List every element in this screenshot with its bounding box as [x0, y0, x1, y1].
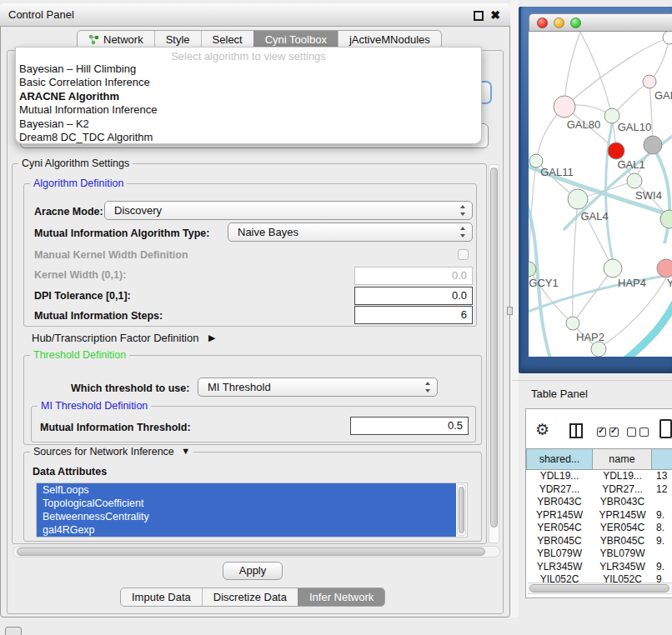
- settings-horizontal-scrollbar-thumb[interactable]: [17, 548, 485, 556]
- tab-select[interactable]: Select: [201, 31, 253, 48]
- mi-type-select[interactable]: Naive Bayes: [228, 222, 473, 242]
- control-panel-titlebar[interactable]: Control Panel ✖: [0, 3, 510, 27]
- table-horizontal-scrollbar[interactable]: [528, 582, 672, 594]
- table-cell: YDL19...: [526, 470, 593, 483]
- network-view-window[interactable]: GAL80GALGAL10GAL1GAL11SWI4GAL4GCY1HAP4YH…: [519, 7, 672, 373]
- table-row[interactable]: YIL052CYIL052C9: [526, 573, 672, 582]
- node-y[interactable]: [657, 259, 672, 278]
- attributes-scrollbar[interactable]: [457, 484, 466, 536]
- settings-vertical-scrollbar-thumb[interactable]: [490, 168, 498, 528]
- algorithm-option-aracne-algorithm[interactable]: ARACNE Algorithm: [16, 90, 481, 103]
- tab-network[interactable]: Network: [78, 31, 154, 48]
- table-row[interactable]: YER054CYER054C8.: [526, 522, 672, 535]
- network-canvas[interactable]: GAL80GALGAL10GAL1GAL11SWI4GAL4GCY1HAP4YH…: [529, 32, 672, 357]
- node-label-gal: GAL: [654, 89, 672, 102]
- sources-title[interactable]: Sources for Network Inference ▼: [30, 446, 193, 458]
- deselect-all-icon[interactable]: [627, 428, 649, 437]
- table-row[interactable]: YDL19...YDL19...13: [526, 470, 672, 483]
- bottom-left-partial-button[interactable]: [5, 627, 22, 635]
- algorithm-definition-group: Algorithm Definition Aracne Mode: Discov…: [23, 183, 477, 327]
- data-attribute-item[interactable]: BetweennessCentrality: [37, 510, 456, 523]
- attributes-scrollbar-thumb[interactable]: [459, 487, 464, 533]
- tab-style[interactable]: Style: [154, 31, 201, 48]
- node[interactable]: [627, 173, 642, 188]
- node[interactable]: [644, 136, 662, 154]
- algorithm-option-dream8-dc-tdc-algorithm[interactable]: Dream8 DC_TDC Algorithm: [16, 131, 481, 144]
- node-gal1[interactable]: [608, 142, 624, 159]
- data-attribute-item[interactable]: TopologicalCoefficient: [37, 497, 456, 510]
- settings-vertical-scrollbar[interactable]: [489, 164, 499, 543]
- cyni-bottom-tabbar: Impute DataDiscretize DataInfer Network: [120, 588, 385, 607]
- cyni-tab-impute-data[interactable]: Impute Data: [121, 588, 202, 606]
- node-label-gcy1: GCY1: [529, 277, 558, 289]
- table-horizontal-scrollbar-thumb[interactable]: [529, 584, 669, 592]
- mi-threshold-group: MI Threshold Definition Mutual Informati…: [31, 406, 476, 442]
- cyni-tab-discretize-data[interactable]: Discretize Data: [202, 588, 298, 606]
- column-header-shared[interactable]: shared...: [526, 448, 593, 470]
- tab-cyni-toolbox[interactable]: Cyni Toolbox: [253, 31, 338, 48]
- node-gal80[interactable]: [554, 96, 575, 118]
- gear-icon[interactable]: ⚙: [535, 422, 549, 438]
- table-row[interactable]: YDR27...YDR27...12: [526, 483, 672, 497]
- close-button[interactable]: [537, 18, 548, 28]
- hub-definition-expander[interactable]: Hub/Transcription Factor Definition ▶: [32, 332, 215, 344]
- node-label-gal1: GAL1: [617, 158, 644, 171]
- tab-jactivemnodules[interactable]: jActiveMNodules: [338, 31, 441, 48]
- close-window-icon[interactable]: ✖: [490, 8, 500, 22]
- cyni-tab-impute-data-label: Impute Data: [132, 591, 191, 603]
- manual-kernel-checkbox[interactable]: [458, 249, 469, 260]
- algorithm-option-mutual-information-inference[interactable]: Mutual Information Inference: [16, 103, 481, 117]
- cyni-tab-infer-network[interactable]: Infer Network: [298, 588, 384, 606]
- data-attributes-list[interactable]: SelfLoopsTopologicalCoefficientBetweenne…: [36, 482, 468, 538]
- algorithm-option-bayesian-k2[interactable]: Bayesian – K2: [16, 118, 481, 131]
- data-attribute-item[interactable]: SelfLoops: [37, 483, 456, 497]
- settings-horizontal-scrollbar[interactable]: [13, 546, 500, 558]
- node[interactable]: [591, 342, 606, 357]
- node-gcy1[interactable]: [529, 262, 536, 277]
- mi-steps-field[interactable]: 6: [354, 306, 473, 324]
- column-header-name[interactable]: name: [593, 448, 652, 470]
- apply-button[interactable]: Apply: [223, 562, 283, 580]
- table-row[interactable]: YPR145WYPR145W9.: [526, 509, 672, 522]
- data-attribute-item[interactable]: gal4RGexp: [37, 523, 456, 537]
- split-pane-grip[interactable]: [507, 307, 513, 315]
- algorithm-definition-title: Algorithm Definition: [30, 178, 127, 189]
- table-cell: YBR045C: [526, 535, 593, 548]
- algorithm-option-bayesian-hill-climbing[interactable]: Bayesian – Hill Climbing: [16, 62, 481, 76]
- mi-threshold-field[interactable]: 0.5: [350, 417, 469, 435]
- tab-style-label: Style: [166, 33, 190, 46]
- split-columns-icon[interactable]: [569, 423, 583, 438]
- inference-algorithm-combo-fragment[interactable]: [482, 81, 492, 104]
- table-cell: 9.: [652, 509, 672, 522]
- table-row[interactable]: YLR345WYLR345W9.: [526, 561, 672, 574]
- node-gal4[interactable]: [568, 189, 588, 209]
- new-document-icon[interactable]: [659, 419, 672, 438]
- zoom-button[interactable]: [570, 18, 581, 28]
- node-label-hap4: HAP4: [618, 277, 646, 289]
- aracne-mode-select[interactable]: Discovery: [104, 201, 473, 220]
- which-threshold-select[interactable]: MI Threshold: [198, 378, 438, 397]
- node-hap2[interactable]: [566, 317, 579, 330]
- table-panel: ⚙ shared...nameA YDL19...YDL19...13YDR27…: [525, 408, 672, 598]
- node-gal[interactable]: [643, 75, 656, 88]
- node-hap4[interactable]: [604, 259, 622, 278]
- node[interactable]: [663, 32, 672, 44]
- algorithm-option-basic-correlation-inference[interactable]: Basic Correlation Inference: [16, 76, 481, 89]
- mi-type-label: Mutual Information Algorithm Type:: [34, 228, 209, 239]
- node-label-gal10: GAL10: [618, 121, 651, 133]
- data-attributes-label: Data Attributes: [33, 466, 107, 478]
- sources-title-text: Sources for Network Inference: [33, 446, 174, 458]
- tab-cyni-toolbox-label: Cyni Toolbox: [265, 33, 327, 46]
- table-row[interactable]: YBL079WYBL079W: [526, 548, 672, 561]
- table-row[interactable]: YBR043CYBR043C: [526, 496, 672, 509]
- restore-window-icon[interactable]: [474, 11, 484, 21]
- node-label-swi4: SWI4: [635, 189, 662, 202]
- minimize-button[interactable]: [554, 18, 564, 28]
- select-all-icon[interactable]: [597, 428, 619, 437]
- network-thick-edges: [529, 123, 672, 357]
- column-header-a[interactable]: A: [652, 448, 672, 470]
- table-row[interactable]: YBR045CYBR045C9.: [526, 535, 672, 548]
- kernel-width-field[interactable]: 0.0: [354, 267, 473, 285]
- dpi-tolerance-field[interactable]: 0.0: [354, 287, 473, 305]
- network-window-titlebar[interactable]: [529, 13, 672, 32]
